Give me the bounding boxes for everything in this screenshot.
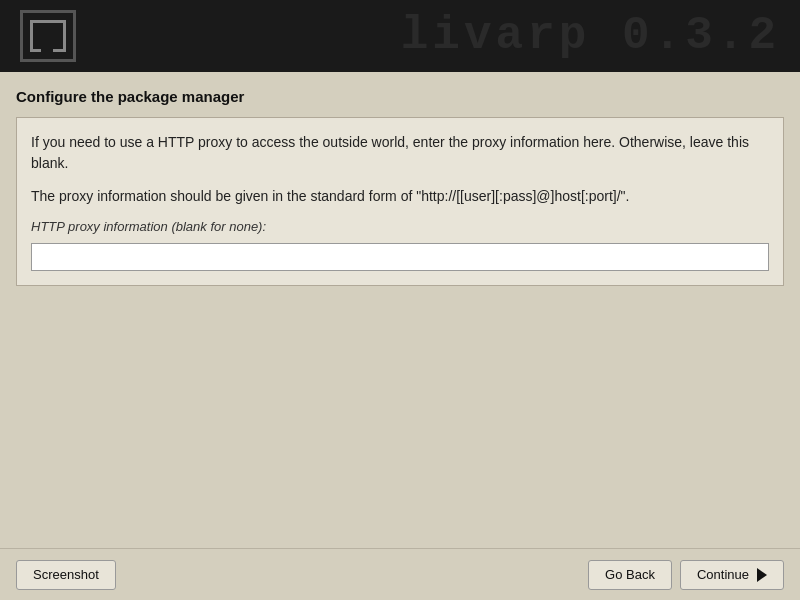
proxy-input[interactable] bbox=[31, 243, 769, 271]
screenshot-button[interactable]: Screenshot bbox=[16, 560, 116, 590]
go-back-label: Go Back bbox=[605, 567, 655, 582]
section-title: Configure the package manager bbox=[16, 88, 784, 105]
continue-label: Continue bbox=[697, 567, 749, 582]
app-title: livarp 0.3.2 bbox=[401, 10, 780, 62]
go-back-button[interactable]: Go Back bbox=[588, 560, 672, 590]
footer: Screenshot Go Back Continue bbox=[0, 548, 800, 600]
proxy-label: HTTP proxy information (blank for none): bbox=[31, 217, 769, 237]
screenshot-label: Screenshot bbox=[33, 567, 99, 582]
main-content: Configure the package manager If you nee… bbox=[0, 72, 800, 346]
info-text-2: The proxy information should be given in… bbox=[31, 186, 769, 207]
logo-inner bbox=[30, 20, 66, 52]
footer-right: Go Back Continue bbox=[588, 560, 784, 590]
continue-arrow-icon bbox=[757, 568, 767, 582]
logo bbox=[20, 10, 76, 62]
header: livarp 0.3.2 bbox=[0, 0, 800, 72]
info-text-1: If you need to use a HTTP proxy to acces… bbox=[31, 132, 769, 174]
continue-button[interactable]: Continue bbox=[680, 560, 784, 590]
info-box: If you need to use a HTTP proxy to acces… bbox=[16, 117, 784, 286]
